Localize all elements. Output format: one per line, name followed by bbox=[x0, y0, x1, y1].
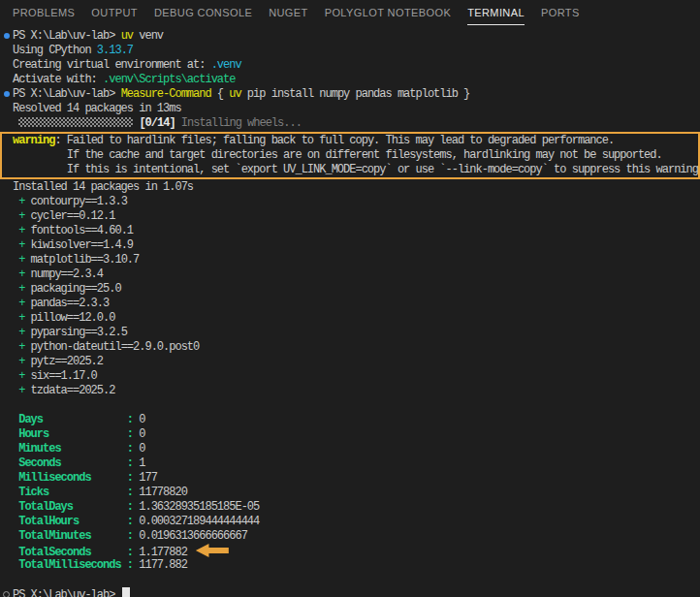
text-segment: 0 bbox=[139, 442, 144, 456]
terminal-line: + pyparsing==3.2.5 bbox=[13, 326, 700, 340]
terminal-line: TotalHours : 0.000327189444444444 bbox=[13, 515, 700, 529]
terminal-line: + cycler==0.12.1 bbox=[13, 209, 700, 224]
text-segment: six==1.17.0 bbox=[31, 369, 97, 383]
text-segment: + bbox=[13, 282, 31, 296]
terminal-line: Minutes : 0 bbox=[13, 442, 700, 456]
text-segment: cycler==0.12.1 bbox=[31, 209, 115, 223]
text-segment: If this is intentional, set `export UV_L… bbox=[13, 163, 700, 176]
tab-problems[interactable]: PROBLEMS bbox=[13, 1, 75, 25]
text-segment: Ticks : bbox=[13, 486, 139, 499]
text-segment: 1 bbox=[139, 456, 144, 470]
terminal-line: + tzdata==2025.2 bbox=[13, 384, 700, 398]
uv-warning-box: warning: Failed to hardlink files; falli… bbox=[0, 132, 700, 179]
text-segment: + bbox=[13, 326, 31, 339]
text-segment: Resolved 14 packages in 13ms bbox=[13, 102, 181, 115]
panel-tab-bar: PROBLEMSOUTPUTDEBUG CONSOLENUGETPOLYGLOT… bbox=[0, 0, 700, 27]
text-segment: numpy==2.3.4 bbox=[31, 267, 103, 281]
text-segment: Seconds : bbox=[13, 456, 139, 470]
text-segment: Measure-Command bbox=[121, 87, 211, 101]
text-segment: Using CPython bbox=[13, 44, 97, 57]
terminal-line bbox=[13, 573, 700, 587]
command-decoration-filled-icon[interactable] bbox=[4, 33, 10, 39]
terminal-line: + contourpy==1.3.3 bbox=[13, 195, 700, 209]
terminal-line: TotalDays : 1.36328935185185E-05 bbox=[13, 500, 700, 515]
text-segment: If the cache and target directories are … bbox=[13, 148, 662, 162]
text-segment: packaging==25.0 bbox=[31, 282, 121, 296]
tab-nuget[interactable]: NUGET bbox=[269, 1, 308, 25]
terminal-output[interactable]: PS X:\Lab\uv-lab> uv venvUsing CPython 3… bbox=[0, 27, 700, 597]
text-segment: pytz==2025.2 bbox=[31, 355, 103, 368]
text-segment: + bbox=[13, 355, 31, 368]
text-segment: python-dateutil==2.9.0.post0 bbox=[31, 340, 200, 354]
tab-debug-console[interactable]: DEBUG CONSOLE bbox=[154, 1, 252, 25]
text-segment: pandas==2.3.3 bbox=[31, 297, 110, 310]
terminal-line: + numpy==2.3.4 bbox=[13, 267, 700, 282]
text-segment: 0.0196313666666667 bbox=[139, 529, 247, 543]
text-segment: contourpy==1.3.3 bbox=[31, 195, 127, 208]
terminal-line: + kiwisolver==1.4.9 bbox=[13, 238, 700, 253]
terminal-line: + python-dateutil==2.9.0.post0 bbox=[13, 340, 700, 355]
text-segment: .venv bbox=[211, 58, 241, 72]
text-segment: .venv\Scripts\activate bbox=[103, 73, 235, 86]
text-segment: + bbox=[13, 253, 31, 267]
terminal-line: Activate with: .venv\Scripts\activate bbox=[13, 73, 700, 87]
text-segment: 11778820 bbox=[139, 486, 187, 499]
text-segment: pillow==12.0.0 bbox=[31, 311, 115, 325]
text-segment: TotalSeconds : bbox=[13, 546, 139, 559]
text-segment: 1177.882 bbox=[139, 558, 187, 572]
text-segment: 3.13.7 bbox=[97, 44, 133, 57]
text-segment: TotalMinutes : bbox=[13, 529, 139, 543]
tab-ports[interactable]: PORTS bbox=[541, 1, 580, 25]
text-segment: uv bbox=[121, 29, 133, 43]
text-segment: : Failed to hardlink files; falling back… bbox=[54, 134, 614, 147]
text-segment: kiwisolver==1.4.9 bbox=[31, 238, 133, 252]
text-segment: Minutes : bbox=[13, 442, 139, 456]
text-segment: TotalDays : bbox=[13, 500, 139, 514]
terminal-line: + pandas==2.3.3 bbox=[13, 297, 700, 311]
text-segment: pip install numpy pandas matplotlib } bbox=[241, 87, 470, 101]
prompt-line: PS X:\Lab\uv-lab> bbox=[13, 587, 700, 597]
terminal-line: Using CPython 3.13.7 bbox=[13, 44, 700, 58]
terminal-line: + pillow==12.0.0 bbox=[13, 311, 700, 326]
text-segment: warning bbox=[13, 134, 54, 147]
terminal-line: Hours : 0 bbox=[13, 427, 700, 442]
prompt-line: PS X:\Lab\uv-lab> uv venv bbox=[13, 29, 700, 44]
text-segment: + bbox=[13, 224, 31, 237]
progress-line: [0/14] Installing wheels... bbox=[13, 116, 700, 131]
terminal-line: Days : 0 bbox=[13, 413, 700, 427]
text-segment: pyparsing==3.2.5 bbox=[31, 326, 127, 339]
text-segment: Milliseconds : bbox=[13, 471, 139, 485]
text-segment: PS X:\Lab\uv-lab> bbox=[13, 29, 121, 43]
text-segment: Days : bbox=[13, 413, 139, 426]
text-segment: Installed 14 packages in 1.07s bbox=[13, 180, 193, 194]
terminal-line: + fonttools==4.60.1 bbox=[13, 224, 700, 238]
text-segment: 1.36328935185185E-05 bbox=[139, 500, 259, 514]
text-segment: PS X:\Lab\uv-lab> bbox=[13, 588, 121, 597]
terminal-line: TotalSeconds : 1.177882 bbox=[13, 544, 700, 558]
command-decoration-filled-icon[interactable] bbox=[4, 91, 10, 97]
tab-output[interactable]: OUTPUT bbox=[91, 1, 138, 25]
text-segment: 177 bbox=[139, 471, 157, 485]
text-segment: venv bbox=[133, 29, 163, 43]
text-segment: PS X:\Lab\uv-lab> bbox=[13, 87, 121, 101]
text-segment: fonttools==4.60.1 bbox=[31, 224, 133, 237]
terminal-line: TotalMilliseconds : 1177.882 bbox=[13, 558, 700, 573]
text-segment: matplotlib==3.10.7 bbox=[31, 253, 140, 267]
highlight-arrow-icon bbox=[196, 544, 229, 557]
text-segment: Creating virtual environment at: bbox=[13, 58, 211, 72]
terminal-line: + packaging==25.0 bbox=[13, 282, 700, 297]
text-segment: + bbox=[13, 297, 31, 310]
prompt-line: PS X:\Lab\uv-lab> Measure-Command { uv p… bbox=[13, 87, 700, 102]
tab-terminal[interactable]: TERMINAL bbox=[467, 1, 525, 25]
terminal-line: + six==1.17.0 bbox=[13, 369, 700, 384]
tab-polyglot-notebook[interactable]: POLYGLOT NOTEBOOK bbox=[325, 1, 451, 25]
terminal-line: TotalMinutes : 0.0196313666666667 bbox=[13, 529, 700, 544]
progress-bar bbox=[18, 117, 133, 127]
terminal-line: Milliseconds : 177 bbox=[13, 471, 700, 486]
command-decoration-hollow-icon[interactable] bbox=[3, 591, 10, 597]
text-segment: uv bbox=[229, 87, 240, 101]
text-segment: 0.000327189444444444 bbox=[139, 515, 259, 528]
text-segment: Installing wheels... bbox=[175, 116, 302, 130]
terminal-line: Resolved 14 packages in 13ms bbox=[13, 102, 700, 116]
warning-line: warning: Failed to hardlink files; falli… bbox=[13, 134, 698, 148]
